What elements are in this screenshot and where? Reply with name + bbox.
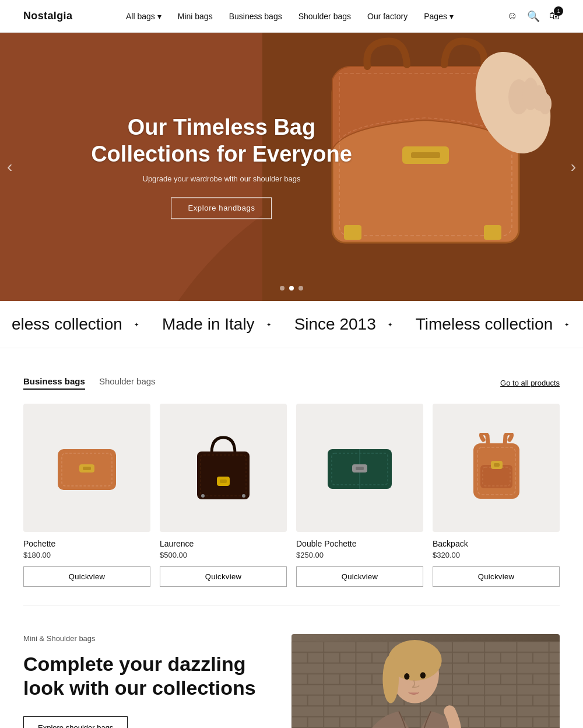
ticker-item-4: Timeless collection ✦ xyxy=(404,315,581,334)
hero-next-button[interactable]: › xyxy=(571,158,576,176)
product-image-pochette xyxy=(23,404,150,532)
ticker-item-5: Made i xyxy=(581,315,583,334)
svg-rect-4 xyxy=(411,152,440,158)
promo-section: Mini & Shoulder bags Complete your dazzl… xyxy=(0,606,583,728)
nav-business-bags[interactable]: Business bags xyxy=(229,12,282,21)
svg-rect-19 xyxy=(220,480,227,483)
products-tabs: Business bags Shoulder bags xyxy=(23,376,156,390)
svg-point-42 xyxy=(404,673,409,680)
ticker-sep-2: ✦ xyxy=(266,321,271,328)
user-icon[interactable]: ☺ xyxy=(507,10,518,22)
svg-point-20 xyxy=(201,494,205,498)
ticker-sep-4: ✦ xyxy=(564,321,569,328)
promo-image xyxy=(292,634,560,728)
product-card-pochette: Pochette $180.00 Quickview xyxy=(23,404,150,587)
product-image-backpack xyxy=(433,404,560,532)
product-price-laurence: $500.00 xyxy=(160,551,287,559)
ticker-sep-1: ✦ xyxy=(134,321,139,328)
product-image-laurence xyxy=(160,404,287,532)
nav-factory[interactable]: Our factory xyxy=(367,12,408,21)
logo[interactable]: Nostalgia xyxy=(23,10,72,22)
nav-all-bags[interactable]: All bags ▾ xyxy=(126,12,161,21)
products-grid: Pochette $180.00 Quickview xyxy=(23,404,560,587)
tab-business-bags[interactable]: Business bags xyxy=(23,376,85,390)
nav-mini-bags[interactable]: Mini bags xyxy=(178,12,213,21)
product-name-pochette: Pochette xyxy=(23,539,150,548)
quickview-button-laurence[interactable]: Quickview xyxy=(160,566,287,587)
ticker-text-2: Made in Italy xyxy=(162,315,255,334)
svg-point-11 xyxy=(539,93,552,114)
svg-point-43 xyxy=(420,672,426,678)
hero-content: Our Timeless BagCollections for Everyone… xyxy=(91,114,352,219)
ticker-item-3: Since 2013 ✦ xyxy=(283,315,404,334)
tab-shoulder-bags[interactable]: Shoulder bags xyxy=(99,376,156,390)
nav-pages[interactable]: Pages ▾ xyxy=(424,12,454,21)
hero-subtitle: Upgrade your wardrobe with our shoulder … xyxy=(91,175,352,184)
promo-category: Mini & Shoulder bags xyxy=(23,634,268,643)
promo-title: Complete your dazzling look with our col… xyxy=(23,652,268,700)
hero-dot-1[interactable] xyxy=(280,286,285,290)
ticker-strip: eless collection ✦ Made in Italy ✦ Since… xyxy=(0,301,583,348)
cart-icon[interactable]: 🛍 1 xyxy=(549,10,560,22)
svg-point-41 xyxy=(382,655,399,704)
svg-rect-16 xyxy=(197,452,250,499)
svg-rect-32 xyxy=(494,463,500,467)
ticker-text-4: Timeless collection xyxy=(416,315,553,334)
quickview-button-double-pochette[interactable]: Quickview xyxy=(296,566,423,587)
product-image-double-pochette xyxy=(296,404,423,532)
ticker-item-1: eless collection ✦ xyxy=(0,315,150,334)
cart-badge: 1 xyxy=(554,6,563,16)
quickview-button-backpack[interactable]: Quickview xyxy=(433,566,560,587)
hero-dot-2[interactable] xyxy=(289,286,294,290)
search-icon[interactable]: 🔍 xyxy=(527,10,540,23)
product-name-laurence: Laurence xyxy=(160,539,287,548)
product-card-backpack: Backpack $320.00 Quickview xyxy=(433,404,560,587)
ticker-item-2: Made in Italy ✦ xyxy=(150,315,283,334)
product-name-backpack: Backpack xyxy=(433,539,560,548)
product-card-double-pochette: Double Pochette $250.00 Quickview xyxy=(296,404,423,587)
product-price-double-pochette: $250.00 xyxy=(296,551,423,559)
go-to-all-products-link[interactable]: Go to all products xyxy=(500,379,560,387)
ticker-sep-3: ✦ xyxy=(388,321,392,328)
svg-rect-26 xyxy=(356,467,364,470)
navbar: Nostalgia All bags ▾ Mini bags Business … xyxy=(0,0,583,33)
product-price-backpack: $320.00 xyxy=(433,551,560,559)
ticker-text-1: eless collection xyxy=(12,315,122,334)
promo-text: Mini & Shoulder bags Complete your dazzl… xyxy=(23,634,292,728)
nav-shoulder-bags[interactable]: Shoulder bags xyxy=(298,12,351,21)
hero-section: Our Timeless BagCollections for Everyone… xyxy=(0,33,583,301)
hero-title: Our Timeless BagCollections for Everyone xyxy=(91,114,352,167)
hero-prev-button[interactable]: ‹ xyxy=(7,158,12,176)
product-price-pochette: $180.00 xyxy=(23,551,150,559)
explore-shoulder-bags-button[interactable]: Explore shoulder bags xyxy=(23,716,128,728)
hero-cta-button[interactable]: Explore handbags xyxy=(171,198,272,219)
product-card-laurence: Laurence $500.00 Quickview xyxy=(160,404,287,587)
svg-rect-5 xyxy=(484,225,501,240)
products-section: Business bags Shoulder bags Go to all pr… xyxy=(0,348,583,606)
hero-dot-3[interactable] xyxy=(298,286,303,290)
product-name-double-pochette: Double Pochette xyxy=(296,539,423,548)
svg-rect-15 xyxy=(83,467,91,470)
svg-point-21 xyxy=(242,494,245,498)
svg-rect-6 xyxy=(344,225,361,240)
products-header: Business bags Shoulder bags Go to all pr… xyxy=(23,376,560,390)
ticker-text-3: Since 2013 xyxy=(294,315,376,334)
hero-dots xyxy=(280,286,303,290)
quickview-button-pochette[interactable]: Quickview xyxy=(23,566,150,587)
